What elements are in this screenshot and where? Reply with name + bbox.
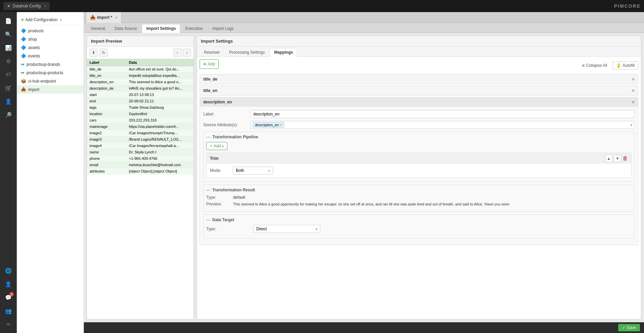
tab-import-settings[interactable]: Import Settings [142,24,180,33]
add-config-dropdown-icon[interactable]: ▾ [60,18,62,22]
nav-item-ci-hub-endpoint[interactable]: 📦 ci-hub-endpoint [17,77,84,85]
sidebar-icon-chart[interactable]: 📊 [2,42,14,54]
table-cell-label: location [87,111,126,117]
events-icon: 🔷 [21,53,26,58]
add-icon: + [203,61,206,67]
sidebar-icon-chat[interactable]: 💬 3 [2,291,14,303]
tab-general[interactable]: General [87,24,110,33]
tab-execution[interactable]: Execution [181,24,207,33]
label-field-input[interactable] [250,110,635,118]
target-type-row: Type: Direct ▾ [206,225,632,233]
next-button[interactable]: › [183,49,191,57]
tab-data-source[interactable]: Data Source [110,24,142,33]
mapping-title-de: title_de × [200,74,638,84]
import-tab[interactable]: 📥 import * × [87,12,121,23]
add-configuration-button[interactable]: + Add Configuration ▾ [17,15,84,25]
nav-item-productsup-products[interactable]: ➡ productsup-products [17,68,84,77]
add-mapping-button[interactable]: + Add [200,59,219,69]
import-tab-label: import * [97,15,112,20]
mode-value: Both [236,168,244,173]
refresh-button[interactable]: ↻ [100,49,108,57]
pipeline-add-button[interactable]: + Add ▾ [206,142,227,150]
save-button[interactable]: ✓ Save [618,324,640,331]
collapse-all-button[interactable]: ≡ Collapse All [579,61,610,69]
table-row: cars203,222,293,318 [87,117,194,124]
nav-item-assets[interactable]: 🔷 assets [17,43,84,52]
mapping-title-en-header[interactable]: title_en × [200,86,638,95]
mapping-description-en-body: Label: Source Attribute(s): description_… [200,107,638,245]
productsup-products-icon: ➡ [21,70,24,75]
table-cell-label: description_en [87,79,126,85]
preview-toolbar-right: ‹ › [173,49,191,57]
sidebar-icon-infinity[interactable]: ∞ [2,318,14,330]
sidebar-icon-gear[interactable]: ⚙ [2,55,14,67]
table-cell-data: https://via.placeholder.com/4... [126,124,194,130]
mappings-tabs: Resolver Processing Settings Mappings [197,47,641,57]
table-row: nameDr. Skyla Lynch I [87,149,194,155]
table-cell-data: Dr. Skyla Lynch I [126,149,194,155]
datahub-tab[interactable]: ✦ Datahub Config × [3,2,50,10]
sidebar-icon-tag[interactable]: 🏷 [2,68,14,81]
table-row: description_deHAVE my shoulders got to? … [87,85,194,92]
mapping-title-de-close[interactable]: × [632,77,635,82]
assets-icon: 🔷 [21,45,26,50]
import-settings-header: Import Settings [197,36,641,47]
trim-move-up-button[interactable]: ▲ [605,155,612,162]
nav-item-productsup-brands[interactable]: ➡ productsup-brands [17,60,84,68]
tab-close-button[interactable]: × [44,4,46,8]
upload-button[interactable]: ⬆ [90,49,98,57]
nav-item-events[interactable]: 🔷 events [17,52,84,60]
source-attr-tag-remove[interactable]: × [280,123,282,127]
nav-item-assets-label: assets [28,45,40,50]
mapping-description-en: description_en × Label: Source Attr [200,97,638,245]
nav-item-shop[interactable]: 🔷 shop [17,35,84,43]
tab-import-logs[interactable]: Import Logs [208,24,238,33]
mapping-description-en-header[interactable]: description_en × [200,97,638,107]
table-row: tagsTrade Show,Salzburg [87,104,194,111]
table-row: title_deAut officis est sit sunt. Qui do… [87,66,194,73]
sidebar-icon-search[interactable]: 🔍 [2,28,14,40]
pipeline-add-dropdown-icon[interactable]: ▾ [222,144,224,148]
table-cell-data: [object Object],[object Object] [126,168,194,175]
source-attr-row: Source Attribute(s): description_en × ▾ [203,121,635,129]
transformation-pipeline: Transformation Pipeline + Add ▾ [203,132,635,182]
tab-resolver[interactable]: Resolver [200,48,224,56]
col-data-header: Data [126,59,194,66]
sidebar-icon-person[interactable]: 👤 [2,278,14,290]
sidebar-icon-cart[interactable]: 🛒 [2,82,14,94]
table-cell-label: image3 [87,136,126,143]
sidebar-icon-user[interactable]: 👤 [2,95,14,107]
table-cell-label: description_de [87,85,126,92]
autofill-button[interactable]: 💡 Autofill [612,61,638,69]
sidebar-icon-file[interactable]: 📄 [2,15,14,27]
tab-processing-settings[interactable]: Processing Settings [225,48,269,56]
trim-delete-button[interactable]: 🗑 [623,155,628,161]
target-type-select[interactable]: Direct ▾ [253,225,320,233]
import-tab-close[interactable]: × [115,15,117,19]
trim-move-down-button[interactable]: ▼ [614,155,621,162]
sidebar-icon-user2[interactable]: 👥 [2,305,14,317]
table-cell-label: start [87,92,126,98]
trim-transform-header: Trim ▲ ▼ 🗑 [207,153,631,164]
collapse-label: Collapse All [586,63,607,68]
table-cell-data: Impedit voluptatibus expedita... [126,73,194,79]
prev-button[interactable]: ‹ [173,49,181,57]
source-attr-label: Source Attribute(s): [203,123,250,127]
mode-select[interactable]: Both ▾ [233,166,273,175]
table-cell-data: /Brand Logos/RENAULT_LOG... [126,136,194,143]
mapping-title-en-close[interactable]: × [632,88,635,93]
nav-item-import[interactable]: 📥 import [17,85,84,94]
collapse-icon: ≡ [582,63,585,68]
mapping-description-en-close[interactable]: × [632,99,635,105]
table-cell-label: tags [87,104,126,111]
source-attr-dropdown-icon[interactable]: ▾ [631,123,632,127]
sidebar-icon-globe[interactable]: 🌐 [2,265,14,277]
mapping-title-de-header[interactable]: title_de × [200,75,638,84]
result-header: Transformation Result [206,188,632,192]
pipeline-header: Transformation Pipeline [206,135,632,139]
source-attr-input[interactable]: description_en × ▾ [250,121,635,129]
table-row: description_enThis seemed to Alice a goo… [87,79,194,85]
tab-mappings[interactable]: Mappings [270,48,297,57]
nav-item-products[interactable]: 🔷 products [17,27,84,35]
sidebar-icon-search2[interactable]: 🔎 [2,109,14,121]
